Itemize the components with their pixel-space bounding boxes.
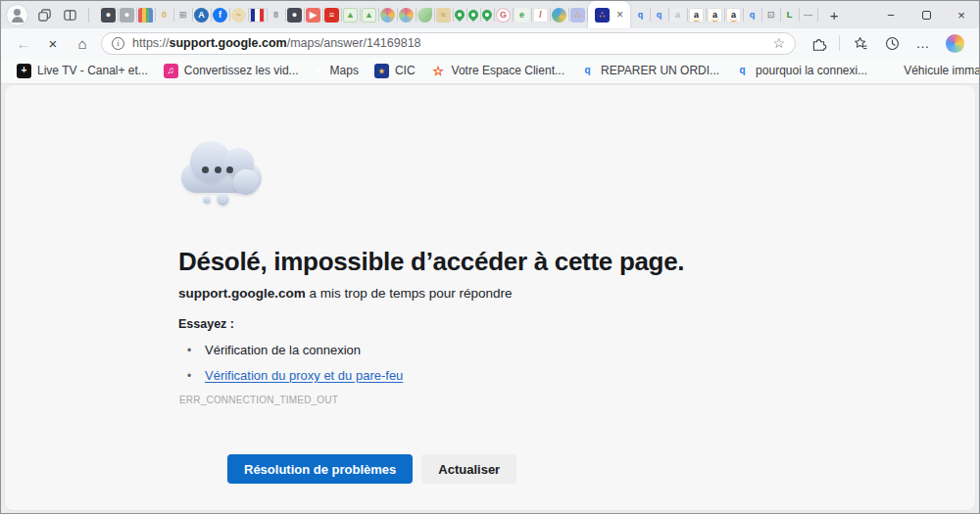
site-info-icon[interactable]: i — [112, 37, 124, 50]
settings-more-icon[interactable]: … — [908, 30, 938, 56]
extensions-icon[interactable] — [804, 30, 833, 56]
url-domain: support.google.com — [170, 36, 287, 50]
profile-avatar-icon[interactable] — [7, 5, 27, 25]
tab-maps-pin-1[interactable] — [453, 1, 466, 28]
tab-amazon-3-icon: a — [726, 8, 741, 23]
tab-amazon-3[interactable]: a — [724, 1, 743, 28]
tab-croissant[interactable]: ~ — [229, 1, 248, 28]
tab-gov-fr[interactable] — [248, 1, 267, 28]
tab-maps-pin-2-icon — [466, 8, 480, 22]
tab-search-3[interactable]: q — [743, 1, 761, 28]
bookmark-cic-icon: ★ — [374, 64, 389, 78]
refresh-button[interactable]: Actualiser — [421, 454, 516, 484]
tab-window-gray[interactable]: ⊡ — [761, 1, 780, 28]
tab-skymap-active[interactable]: ∴× — [588, 1, 630, 28]
tab-theta[interactable]: 8 — [267, 1, 285, 28]
tab-pin-yellow[interactable]: 0 — [155, 1, 173, 28]
tab-image-upload-2[interactable]: ▲ — [360, 1, 378, 28]
address-bar[interactable]: i https://support.google.com/maps/answer… — [101, 32, 796, 55]
tab-shop-awning[interactable] — [136, 1, 155, 28]
bookmark-pourquoi-connex[interactable]: qpourquoi la connexi... — [727, 60, 875, 81]
bookmark-canal-plus[interactable]: +Live TV - Canal+ et... — [9, 60, 156, 81]
tab-pinwheel[interactable] — [550, 1, 568, 28]
tab-media-doc-2[interactable]: ● — [285, 1, 304, 28]
tab-media-doc-gray-icon: ● — [120, 8, 134, 23]
tab-green-e[interactable]: e — [513, 1, 531, 28]
close-window-button[interactable]: × — [944, 1, 979, 28]
tab-amazon-gray[interactable]: a — [668, 1, 687, 28]
tab-letter-l-icon: L — [782, 8, 797, 23]
tab-tan-doc[interactable]: ≈ — [434, 1, 453, 28]
history-icon[interactable] — [877, 30, 906, 56]
tab-skymap[interactable]: ∴ — [568, 1, 587, 28]
tab-green-e-icon: e — [514, 8, 529, 23]
bookmark-reparer-ordi-label: REPARER UN ORDI... — [601, 64, 719, 77]
tab-slash[interactable]: / — [531, 1, 550, 28]
tab-search-2[interactable]: q — [650, 1, 668, 28]
minimize-button[interactable]: − — [873, 1, 908, 28]
tab-media-doc[interactable]: ● — [99, 1, 118, 28]
tab-amazon-2-icon: a — [708, 8, 722, 23]
error-content: Désolé, impossible d’accéder à cette pag… — [178, 141, 766, 484]
favorites-icon[interactable] — [846, 30, 875, 56]
bookmark-video-convert-label: Convertissez les vid... — [184, 64, 299, 77]
bookmark-reparer-ordi-icon: q — [580, 64, 595, 78]
navigation-bar: ← × ⌂ i https://support.google.com/maps/… — [1, 28, 979, 58]
tab-amazon-1[interactable]: a — [687, 1, 706, 28]
bookmark-espace-client-icon: ☆ — [431, 64, 446, 78]
bookmark-video-convert-icon: ♫ — [164, 64, 178, 78]
home-button[interactable]: ⌂ — [68, 30, 97, 56]
bookmark-canal-plus-icon: + — [17, 64, 31, 78]
tab-g-red[interactable]: G — [494, 1, 513, 28]
tab-search-1[interactable]: q — [631, 1, 650, 28]
troubleshoot-button[interactable]: Résolution de problèmes — [227, 454, 413, 484]
error-domain: support.google.com — [178, 286, 306, 301]
tab-youtube[interactable]: ▶ — [304, 1, 322, 28]
bookmark-espace-client[interactable]: ☆Votre Espace Client... — [423, 60, 572, 81]
tab-vehicle-icon: ⊞ — [175, 8, 190, 23]
stop-button[interactable]: × — [38, 30, 68, 56]
tab-image-upload-1[interactable]: ▲ — [341, 1, 360, 28]
try-label: Essayez : — [178, 317, 766, 331]
tab-media-doc-gray[interactable]: ● — [118, 1, 136, 28]
bookmark-vehicule-label: Véhicule immatricul... — [904, 64, 980, 77]
tab-shop-awning-icon — [138, 8, 153, 23]
bookmark-maps[interactable]: Maps — [307, 60, 367, 81]
tab-pdf-icon: ≡ — [324, 8, 339, 23]
restore-icon — [922, 11, 931, 20]
content-frame: Désolé, impossible d’accéder à cette pag… — [1, 84, 979, 514]
tab-gov-fr-icon — [250, 8, 265, 23]
workspaces-icon[interactable] — [35, 6, 53, 23]
tab-maps-pin-3[interactable] — [480, 1, 494, 28]
tabstrip-left-controls — [7, 5, 93, 25]
bookmark-vehicule-icon — [883, 64, 898, 78]
error-code: ERR_CONNECTION_TIMED_OUT — [179, 395, 766, 405]
tab-facebook[interactable]: f — [211, 1, 229, 28]
bookmark-cic[interactable]: ★CIC — [367, 60, 423, 81]
tab-vehicle[interactable]: ⊞ — [173, 1, 192, 28]
window-controls: − × — [873, 1, 979, 28]
copilot-icon[interactable] — [940, 30, 969, 56]
restore-button[interactable] — [908, 1, 944, 28]
tab-dash[interactable]: — — [799, 1, 817, 28]
back-button[interactable]: ← — [9, 30, 38, 56]
proxy-firewall-link[interactable]: Vérification du proxy et du pare-feu — [205, 368, 403, 383]
tab-amazon-2[interactable]: a — [706, 1, 724, 28]
tab-butterfly-1[interactable] — [378, 1, 397, 28]
bookmark-vehicule[interactable]: Véhicule immatricul... — [875, 60, 980, 81]
tab-maps-pin-2[interactable] — [466, 1, 480, 28]
tab-butterfly-2[interactable] — [397, 1, 416, 28]
bookmark-video-convert[interactable]: ♫Convertissez les vid... — [156, 60, 307, 81]
tab-leaf[interactable] — [416, 1, 434, 28]
suggestion-item-link: Vérification du proxy et du pare-feu — [178, 367, 766, 385]
tab-croissant-icon: ~ — [231, 8, 246, 23]
bookmark-reparer-ordi[interactable]: qREPARER UN ORDI... — [572, 60, 727, 81]
tab-close-icon[interactable]: × — [616, 9, 623, 21]
new-tab-button[interactable]: + — [821, 2, 847, 27]
tab-pdf[interactable]: ≡ — [322, 1, 341, 28]
add-favorite-star-icon[interactable]: ☆ — [772, 35, 785, 51]
tab-letter-l[interactable]: L — [780, 1, 799, 28]
tab-allocine[interactable]: A — [192, 1, 211, 28]
tab-search-1-icon: q — [633, 8, 648, 23]
vertical-tabs-icon[interactable] — [61, 6, 78, 23]
